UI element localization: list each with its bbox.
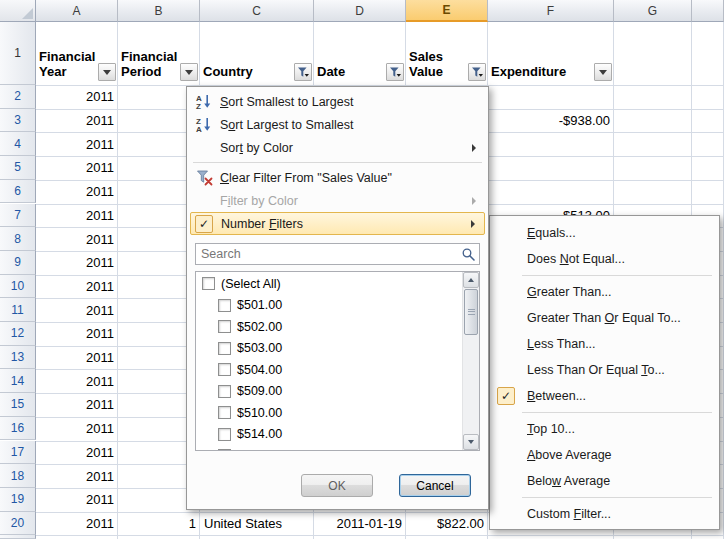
row-header-17[interactable]: 17	[0, 441, 36, 465]
filter-value-item[interactable]: $514.00	[196, 424, 462, 446]
filter-value-item[interactable]: (Select All)	[196, 273, 462, 295]
filter-button-C[interactable]	[294, 63, 312, 81]
column-header-A[interactable]: A	[36, 0, 118, 22]
cell-F3[interactable]: -$938.00	[488, 109, 614, 133]
ok-button[interactable]: OK	[301, 474, 373, 497]
row-header-20[interactable]: 20	[0, 512, 36, 536]
filter-value-item[interactable]: $502.00	[196, 316, 462, 338]
cell-D20[interactable]: 2011-01-19	[314, 512, 406, 536]
checkbox[interactable]	[202, 277, 215, 290]
cancel-button[interactable]: Cancel	[399, 474, 471, 497]
checkbox[interactable]	[218, 385, 231, 398]
select-all-corner[interactable]	[0, 0, 36, 22]
cell-A20[interactable]: 2011	[36, 512, 118, 536]
search-input[interactable]	[195, 243, 480, 265]
submenu-item-less-than[interactable]: Less Than...	[493, 331, 716, 357]
header-cell-D[interactable]: Date	[314, 22, 406, 85]
menu-item-sort-largest-to-smallest[interactable]: ZASort Largest to Smallest	[190, 113, 485, 136]
cell-A15[interactable]: 2011	[36, 393, 118, 417]
menu-item-number-filters[interactable]: ✓Number Filters	[190, 212, 485, 235]
cell-A8[interactable]: 2011	[36, 227, 118, 251]
filter-value-item[interactable]: $510.00	[196, 402, 462, 424]
cell-A9[interactable]: 2011	[36, 251, 118, 275]
header-cell-E[interactable]: Sales Value	[406, 22, 488, 85]
filter-button-A[interactable]	[98, 63, 116, 81]
row-header-14[interactable]: 14	[0, 369, 36, 393]
row-header-7[interactable]: 7	[0, 204, 36, 228]
row-header-extra[interactable]	[0, 535, 36, 539]
filter-button-B[interactable]	[180, 63, 198, 81]
row-header-8[interactable]: 8	[0, 227, 36, 251]
row-header-4[interactable]: 4	[0, 132, 36, 156]
checkbox[interactable]	[218, 449, 231, 451]
submenu-item-between[interactable]: ✓Between...	[493, 383, 716, 409]
cell-B20[interactable]: 1	[118, 512, 200, 536]
cell-A12[interactable]: 2011	[36, 322, 118, 346]
submenu-item-above-average[interactable]: Above Average	[493, 442, 716, 468]
cell-E20[interactable]: $822.00	[406, 512, 488, 536]
menu-item-sort-by-color[interactable]: Sort by Color	[190, 136, 485, 159]
cell-A14[interactable]: 2011	[36, 369, 118, 393]
checkbox[interactable]	[218, 428, 231, 441]
cell-A16[interactable]: 2011	[36, 417, 118, 441]
row-header-2[interactable]: 2	[0, 85, 36, 109]
column-header-G[interactable]: G	[614, 0, 692, 22]
submenu-item-below-average[interactable]: Below Average	[493, 468, 716, 494]
submenu-item-greater-than-or-equal-to[interactable]: Greater Than Or Equal To...	[493, 305, 716, 331]
filter-value-item[interactable]: $501.00	[196, 295, 462, 317]
submenu-item-top-10[interactable]: Top 10...	[493, 416, 716, 442]
header-cell-C[interactable]: Country	[200, 22, 314, 85]
column-header-B[interactable]: B	[118, 0, 200, 22]
cell-A11[interactable]: 2011	[36, 298, 118, 322]
cell-A17[interactable]: 2011	[36, 441, 118, 465]
cell-A2[interactable]: 2011	[36, 85, 118, 109]
column-header-F[interactable]: F	[488, 0, 614, 22]
filter-value-item[interactable]: $503.00	[196, 338, 462, 360]
checkbox[interactable]	[218, 363, 231, 376]
cell-A4[interactable]: 2011	[36, 132, 118, 156]
submenu-item-does-not-equal[interactable]: Does Not Equal...	[493, 246, 716, 272]
column-header-E[interactable]: E	[406, 0, 488, 22]
row-header-19[interactable]: 19	[0, 488, 36, 512]
filter-button-F[interactable]	[594, 63, 612, 81]
cell-A7[interactable]: 2011	[36, 204, 118, 228]
column-header-extra[interactable]	[692, 0, 724, 22]
checkbox[interactable]	[218, 320, 231, 333]
cell-A19[interactable]: 2011	[36, 488, 118, 512]
header-cell-B[interactable]: Financial Period	[118, 22, 200, 85]
scroll-thumb[interactable]	[464, 289, 478, 335]
submenu-item-equals[interactable]: Equals...	[493, 220, 716, 246]
row-header-11[interactable]: 11	[0, 298, 36, 322]
cell-A18[interactable]: 2011	[36, 464, 118, 488]
filter-button-E[interactable]	[468, 63, 486, 81]
filter-button-D[interactable]	[386, 63, 404, 81]
menu-item-clear-filter[interactable]: Clear Filter From "Sales Value"	[190, 166, 485, 189]
row-header-5[interactable]: 5	[0, 156, 36, 180]
row-header-3[interactable]: 3	[0, 109, 36, 133]
checkbox[interactable]	[218, 406, 231, 419]
row-header-10[interactable]: 10	[0, 275, 36, 299]
cell-A13[interactable]: 2011	[36, 346, 118, 370]
filter-value-item[interactable]: $504.00	[196, 359, 462, 381]
cell-C20[interactable]: United States	[200, 512, 314, 536]
filter-value-item[interactable]: $525.00	[196, 445, 462, 451]
submenu-item-custom-filter[interactable]: Custom Filter...	[493, 501, 716, 527]
cell-A6[interactable]: 2011	[36, 180, 118, 204]
checkbox[interactable]	[218, 342, 231, 355]
row-header-6[interactable]: 6	[0, 180, 36, 204]
header-cell-F[interactable]: Expenditure	[488, 22, 614, 85]
checkbox[interactable]	[218, 299, 231, 312]
filter-value-item[interactable]: $509.00	[196, 381, 462, 403]
row-header-18[interactable]: 18	[0, 464, 36, 488]
cell-A5[interactable]: 2011	[36, 156, 118, 180]
row-header-1[interactable]: 1	[0, 22, 36, 85]
cell-A10[interactable]: 2011	[36, 275, 118, 299]
header-cell-A[interactable]: Financial Year	[36, 22, 118, 85]
row-header-15[interactable]: 15	[0, 393, 36, 417]
submenu-item-less-than-or-equal-to[interactable]: Less Than Or Equal To...	[493, 357, 716, 383]
row-header-12[interactable]: 12	[0, 322, 36, 346]
menu-item-sort-smallest-to-largest[interactable]: AZSort Smallest to Largest	[190, 90, 485, 113]
column-header-C[interactable]: C	[200, 0, 314, 22]
cell-A3[interactable]: 2011	[36, 109, 118, 133]
scroll-down-button[interactable]	[463, 434, 479, 450]
